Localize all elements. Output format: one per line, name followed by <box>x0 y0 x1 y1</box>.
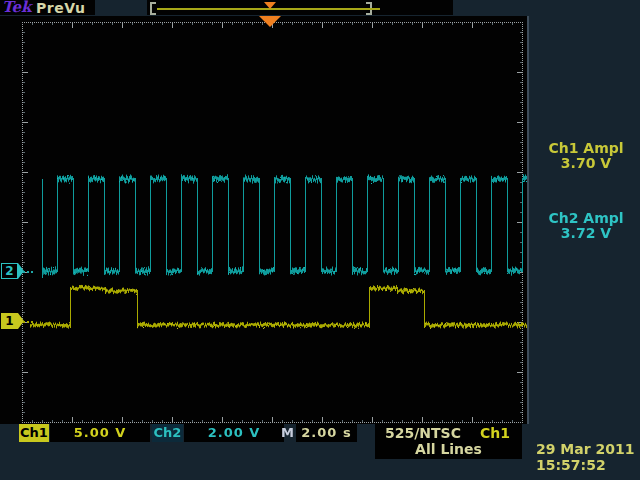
datetime-readout: 29 Mar 2011 15:57:52 <box>536 441 634 473</box>
measurement-ch1-ampl: Ch1 Ampl 3.70 V <box>533 141 639 171</box>
trigger-readout-box: 525/NTSC Ch1 All Lines <box>375 424 522 459</box>
trigger-position-icon <box>259 16 281 27</box>
timebase-value: 2.00 s <box>296 424 357 442</box>
measurement-ch2-ampl-label: Ch2 Ampl <box>533 211 639 226</box>
oscilloscope-screen: Tek PreVu 2 1 Ch1 Ampl 3.70 V Ch2 Ampl 3… <box>0 0 640 480</box>
measurement-ch1-ampl-label: Ch1 Ampl <box>533 141 639 156</box>
trigger-standard: 525/NTSC <box>385 425 461 441</box>
time-text: 15:57:52 <box>536 457 634 473</box>
ch1-scale-label: Ch1 <box>19 424 49 442</box>
channel-2-marker: 2 <box>1 263 24 279</box>
channel-2-marker-label: 2 <box>1 263 18 279</box>
channel-1-marker: 1 <box>1 313 24 329</box>
measurement-ch2-ampl: Ch2 Ampl 3.72 V <box>533 211 639 241</box>
channel-1-marker-tail <box>23 321 33 323</box>
channel-2-marker-tail <box>23 271 33 273</box>
ch2-scale-value: 2.00 V <box>184 424 284 442</box>
timebase-label: M <box>280 424 295 442</box>
ch1-scale-value: 5.00 V <box>50 424 150 442</box>
date-text: 29 Mar 2011 <box>536 441 634 457</box>
trigger-mode: All Lines <box>375 441 522 458</box>
trigger-source: Ch1 <box>480 425 510 441</box>
measurement-ch2-ampl-value: 3.72 V <box>533 226 639 241</box>
channel-1-marker-label: 1 <box>1 313 18 329</box>
measurement-ch1-ampl-value: 3.70 V <box>533 156 639 171</box>
ch2-scale-label: Ch2 <box>152 424 183 442</box>
